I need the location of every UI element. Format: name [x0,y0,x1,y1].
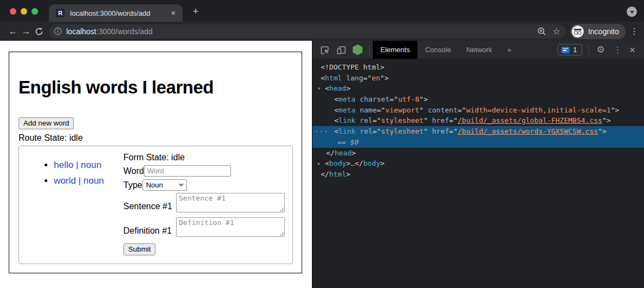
dom-tree-line[interactable]: ...<link rel="stylesheet" href="/build/_… [312,126,644,137]
address-bar: ← → localhost:3000/words/add ☆ Incognito… [0,22,644,41]
url-text: localhost:3000/words/add [66,27,533,36]
browser-menu-button[interactable]: ⋮ [630,26,639,36]
incognito-label: Incognito [588,27,619,36]
page-info-icon[interactable] [54,27,62,35]
devtools-tab-console[interactable]: Console [417,41,459,59]
word-input[interactable] [144,165,231,177]
dom-tree-line[interactable]: ▾<head> [312,83,644,94]
incognito-icon [572,26,584,37]
bookmark-star-icon[interactable]: ☆ [553,26,560,36]
word-list-item: world | noun [54,176,123,186]
dom-tree-line[interactable]: </head> [312,148,644,159]
new-tab-button[interactable]: + [190,5,202,17]
dom-tree: <!DOCTYPE html><html lang="en">▾<head><m… [312,59,644,288]
word-link[interactable]: world | noun [54,176,104,186]
reload-button[interactable] [33,27,46,36]
issues-counter[interactable]: 1 [558,44,582,55]
devtools-tab-more-tabs[interactable]: » [500,41,519,59]
settings-gear-icon[interactable]: ⚙ [597,44,605,55]
words-panel: hello | nounworld | noun Form State: idl… [18,146,293,264]
incognito-badge: Incognito [570,24,626,39]
expand-arrow-down-icon[interactable]: ▾ [317,83,325,94]
tab-close-icon[interactable]: × [168,8,178,18]
url-host: localhost [66,27,96,36]
word-list: hello | nounworld | noun [19,160,123,186]
word-list-item: hello | noun [54,160,123,171]
fullscreen-window-button[interactable] [32,8,38,15]
word-label: Word [123,166,144,176]
tab-title: localhost:3000/words/add [70,9,168,17]
minimize-window-button[interactable] [21,8,27,15]
devtools-tab-network[interactable]: Network [459,41,500,59]
tab-strip: R localhost:3000/words/add × + [0,0,644,22]
browser-tab[interactable]: R localhost:3000/words/add × [49,4,183,22]
inspect-element-icon[interactable] [320,45,330,55]
sentence-label: Sentence #1 [123,202,176,212]
node-options-dots-icon[interactable]: ... [314,124,328,135]
browser-update-icon[interactable] [627,7,637,17]
back-button[interactable]: ← [7,26,20,37]
dom-tree-line[interactable]: <!DOCTYPE html> [312,62,644,73]
dom-tree-line[interactable]: <meta name="viewport" content="width=dev… [312,105,644,116]
extension-hexagon-icon[interactable] [353,45,362,55]
close-window-button[interactable] [10,8,16,15]
dom-tree-line[interactable]: <meta charset="utf-8"> [312,94,644,105]
dom-tree-line[interactable]: ▸<body>…</body> [312,158,644,169]
dom-tree-line[interactable]: <link rel="stylesheet" href="/build/_ass… [312,115,644,126]
chevron-down-icon [630,11,634,14]
page-viewport: English words I learned Add new word Rou… [0,41,312,288]
forward-button[interactable]: → [20,26,33,37]
devtools-tab-elements[interactable]: Elements [373,41,417,59]
remix-favicon-icon: R [56,9,65,17]
devtools-menu-icon[interactable]: ⋮ [614,45,622,55]
issues-icon [561,47,570,53]
url-field[interactable]: localhost:3000/words/add ☆ [49,24,566,39]
toolbar-divider [369,45,370,55]
traffic-lights [10,8,38,15]
expand-arrow-right-icon[interactable]: ▸ [317,158,325,169]
type-select[interactable]: Noun [142,179,187,191]
type-label: Type [123,180,142,190]
form-state-text: Form State: idle [123,153,292,162]
dom-tree-line[interactable]: <html lang="en"> [312,73,644,84]
page-title: English words I learned [18,77,302,98]
add-new-word-button[interactable]: Add new word [18,117,74,129]
devtools-tabs: ElementsConsoleNetwork» [373,41,519,59]
sentence-textarea[interactable] [176,193,285,212]
dom-tree-line[interactable]: </html> [312,169,644,180]
word-link[interactable]: hello | noun [54,160,102,170]
app-container: English words I learned Add new word Rou… [9,52,302,273]
add-word-form: Form State: idle Word Type Noun [123,146,292,264]
definition-label: Definition #1 [123,226,176,237]
zoom-icon[interactable] [537,27,546,36]
submit-button[interactable]: Submit [123,243,155,255]
devtools-toolbar: ElementsConsoleNetwork» 1 ⚙ ⋮ × [312,41,644,59]
devtools-panel: ElementsConsoleNetwork» 1 ⚙ ⋮ × <!DOCTYP… [312,41,644,288]
definition-textarea[interactable] [176,217,285,237]
dom-tree-line[interactable]: == $0 [312,137,644,148]
route-state-text: Route State: idle [18,133,302,143]
device-toolbar-icon[interactable] [336,45,346,55]
devtools-close-icon[interactable]: × [629,44,635,56]
browser-window: R localhost:3000/words/add × + ← → local… [0,0,644,288]
url-path: :3000/words/add [96,27,153,36]
toolbar-divider [589,45,589,55]
issues-count: 1 [573,46,577,54]
